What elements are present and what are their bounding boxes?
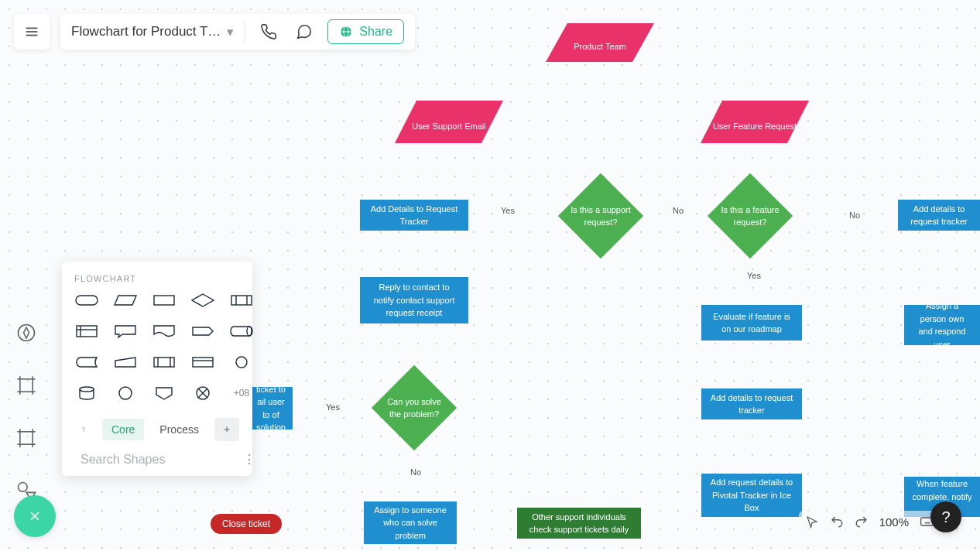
svg-rect-25 [77, 326, 97, 337]
menu-button[interactable] [14, 14, 50, 50]
svg-rect-29 [154, 358, 174, 367]
panel-search-row: ⋮ [62, 446, 252, 470]
bottom-right-controls: 100% [799, 511, 941, 532]
search-more-button[interactable]: ⋮ [243, 452, 255, 467]
node-add-details-tracker3[interactable]: Add details to request tracker [701, 388, 802, 419]
compass-tool[interactable] [11, 317, 42, 348]
svg-point-36 [119, 387, 132, 399]
search-shapes-input[interactable] [81, 453, 235, 467]
node-is-support[interactable]: Is this a support request? [571, 186, 631, 246]
shape-window[interactable] [190, 353, 215, 371]
globe-icon [339, 25, 353, 39]
call-button[interactable] [256, 19, 281, 44]
node-label: User Support Email [395, 101, 503, 143]
node-is-feature[interactable]: Is this a feature request? [720, 186, 780, 246]
node-reply-contact[interactable]: Reply to contact to notify contact suppo… [360, 277, 468, 323]
close-panel-fab[interactable] [14, 495, 56, 537]
edge-label-yes: Yes [499, 206, 517, 215]
pointer-mode[interactable] [805, 515, 819, 529]
shape-database[interactable] [74, 384, 99, 402]
node-user-support-email[interactable]: User Support Email [395, 101, 503, 143]
redo-button[interactable] [855, 515, 869, 529]
edge-label-no2: No [847, 210, 862, 220]
node-product-team[interactable]: Product Team [546, 23, 654, 62]
pin-tab[interactable] [71, 419, 96, 440]
left-rail [11, 317, 42, 506]
chevron-down-icon: ▾ [227, 24, 234, 40]
node-user-feature-request[interactable]: User Feature Request [701, 101, 809, 143]
shape-callout[interactable] [113, 322, 138, 341]
shape-card[interactable] [152, 353, 176, 371]
shape-predefined[interactable] [229, 291, 254, 310]
panel-tabs: Core Process ＋ [62, 410, 252, 446]
document-card: Flowchart for Product T… ▾ Share [60, 14, 415, 50]
svg-rect-32 [193, 358, 213, 367]
shape-connector[interactable] [229, 353, 254, 371]
node-can-solve[interactable]: Can you solve the problem? [384, 378, 444, 438]
node-label: Product Team [546, 23, 654, 62]
node-assign-person[interactable]: Assign a person own and respond user [904, 305, 980, 345]
svg-point-35 [80, 387, 94, 392]
shape-summing[interactable] [190, 384, 215, 402]
frame-icon [15, 427, 37, 449]
node-ticket-solution[interactable]: ticket to ail user to of solution [249, 387, 293, 430]
shape-manual-input[interactable] [113, 353, 138, 371]
node-label: Add details to request tracker [709, 392, 794, 417]
svg-point-16 [19, 483, 28, 492]
node-label: Is this a support request? [567, 204, 634, 229]
node-add-details-tracker[interactable]: Add Details to Request Tracker [360, 200, 468, 231]
shape-document[interactable] [152, 322, 176, 341]
node-label: User Feature Request [701, 101, 809, 143]
tab-core[interactable]: Core [102, 419, 144, 440]
shape-terminator[interactable] [74, 291, 99, 310]
node-label: Reply to contact to notify contact suppo… [368, 281, 461, 320]
shape-process[interactable] [152, 291, 176, 310]
frame-tool-1[interactable] [11, 370, 42, 401]
help-button[interactable]: ? [930, 501, 961, 532]
undo-icon [830, 515, 844, 529]
zoom-level[interactable]: 100% [879, 515, 909, 529]
shape-decision[interactable] [190, 291, 215, 310]
share-button[interactable]: Share [327, 19, 404, 44]
node-label: Evaluate if feature is on our roadmap [709, 310, 794, 336]
close-icon [27, 508, 43, 524]
shape-offpage[interactable] [152, 384, 176, 402]
document-title: Flowchart for Product T… [71, 24, 221, 39]
shape-internal-storage[interactable] [74, 322, 99, 341]
top-toolbar: Flowchart for Product T… ▾ Share [14, 14, 415, 50]
document-title-dropdown[interactable]: Flowchart for Product T… ▾ [71, 24, 234, 40]
comment-button[interactable] [292, 19, 317, 44]
more-shapes[interactable]: +08 [229, 384, 254, 402]
node-label: Is this a feature request? [717, 204, 783, 229]
shape-tag[interactable] [190, 322, 215, 341]
undo-button[interactable] [830, 515, 844, 529]
panel-section-label: FLOWCHART [62, 262, 252, 291]
compass-icon [15, 322, 37, 344]
node-other-support[interactable]: Other support individuals check support … [517, 508, 641, 539]
edge-label-no: No [670, 206, 686, 215]
edge-label-yes3: Yes [324, 402, 342, 412]
shape-grid: +08 [62, 291, 252, 410]
svg-point-34 [236, 357, 247, 368]
node-close-ticket[interactable]: Close ticket [211, 514, 282, 534]
node-label: Close ticket [222, 517, 270, 531]
node-label: Other support individuals check support … [525, 511, 633, 536]
node-evaluate-feature[interactable]: Evaluate if feature is on our roadmap [701, 305, 802, 341]
shape-direct-data[interactable] [229, 322, 254, 341]
svg-rect-21 [154, 296, 174, 305]
shape-data[interactable] [113, 291, 138, 310]
frame-tool-2[interactable] [11, 423, 42, 453]
node-add-details-tracker2[interactable]: Add details to request tracker [898, 200, 980, 231]
hamburger-icon [23, 23, 40, 40]
node-label: Assign to someone who can solve problem [372, 504, 449, 542]
shape-stored-data[interactable] [74, 353, 99, 371]
shape-circle[interactable] [113, 384, 138, 402]
tab-process[interactable]: Process [150, 419, 208, 440]
add-tab[interactable]: ＋ [214, 418, 239, 441]
svg-rect-22 [231, 296, 252, 305]
node-label: Add request details to Pivotal Tracker i… [709, 476, 794, 515]
node-label: Can you solve the problem? [381, 395, 447, 421]
node-assign-someone[interactable]: Assign to someone who can solve problem [364, 501, 457, 544]
shape-palette-panel: FLOWCHART +08 Core Process ＋ ⋮ [62, 262, 252, 476]
node-pivotal-tracker[interactable]: Add request details to Pivotal Tracker i… [701, 474, 802, 517]
